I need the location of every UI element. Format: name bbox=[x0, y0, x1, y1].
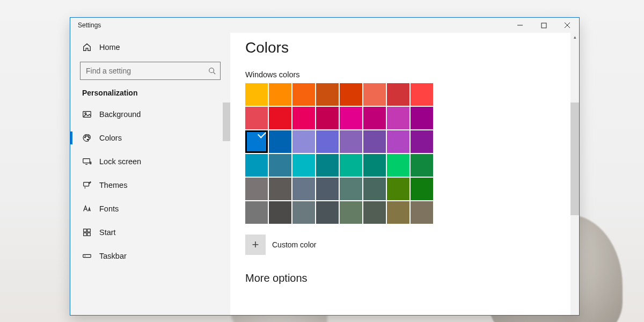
color-swatch[interactable] bbox=[292, 130, 315, 153]
sidebar-item-label: Background bbox=[99, 110, 141, 119]
color-swatch[interactable] bbox=[245, 201, 268, 224]
custom-color-row[interactable]: + Custom color bbox=[245, 235, 564, 255]
sidebar: Home Personalization Background bbox=[70, 33, 230, 315]
color-swatch[interactable] bbox=[387, 178, 409, 200]
color-swatch[interactable] bbox=[363, 178, 386, 200]
color-swatch[interactable] bbox=[316, 178, 339, 200]
search-box[interactable] bbox=[80, 62, 221, 80]
minimize-icon bbox=[517, 22, 523, 28]
sidebar-item-lock-screen[interactable]: Lock screen bbox=[70, 150, 230, 173]
paint-icon bbox=[82, 180, 92, 190]
color-swatch[interactable] bbox=[316, 154, 339, 177]
sidebar-nav: Background Colors Lock screen bbox=[70, 103, 230, 315]
sidebar-item-colors[interactable]: Colors bbox=[70, 126, 230, 150]
color-swatch[interactable] bbox=[316, 130, 339, 153]
color-swatch[interactable] bbox=[411, 201, 433, 224]
color-swatch[interactable] bbox=[387, 130, 409, 153]
sidebar-home[interactable]: Home bbox=[70, 37, 230, 58]
color-swatch[interactable] bbox=[292, 178, 315, 200]
color-swatch[interactable] bbox=[245, 178, 268, 200]
color-swatch[interactable] bbox=[245, 154, 268, 177]
window-body: Home Personalization Background bbox=[70, 33, 579, 315]
svg-rect-21 bbox=[83, 254, 91, 257]
main-content: ▴ Colors Windows colors + Custom color M… bbox=[230, 33, 579, 315]
color-swatch[interactable] bbox=[269, 154, 291, 177]
sidebar-item-taskbar[interactable]: Taskbar bbox=[70, 244, 230, 268]
color-swatch[interactable] bbox=[387, 154, 409, 177]
color-swatch[interactable] bbox=[245, 130, 268, 153]
maximize-button[interactable] bbox=[532, 18, 555, 33]
color-swatch[interactable] bbox=[269, 178, 291, 200]
color-swatch-grid bbox=[245, 83, 564, 224]
color-swatch[interactable] bbox=[340, 83, 362, 106]
color-swatch[interactable] bbox=[363, 154, 386, 177]
close-icon bbox=[564, 22, 570, 28]
color-swatch[interactable] bbox=[363, 83, 386, 106]
sidebar-item-label: Fonts bbox=[99, 204, 119, 213]
sidebar-item-label: Colors bbox=[99, 134, 122, 142]
color-swatch[interactable] bbox=[340, 107, 362, 129]
custom-color-label: Custom color bbox=[272, 240, 316, 249]
color-swatch[interactable] bbox=[292, 201, 315, 224]
sidebar-item-start[interactable]: Start bbox=[70, 221, 230, 244]
plus-icon[interactable]: + bbox=[245, 235, 266, 255]
svg-point-9 bbox=[85, 136, 86, 137]
color-swatch[interactable] bbox=[340, 178, 362, 200]
color-swatch[interactable] bbox=[363, 107, 386, 129]
page-title: Colors bbox=[245, 39, 564, 56]
svg-point-8 bbox=[85, 137, 86, 138]
sidebar-item-label: Taskbar bbox=[99, 252, 127, 260]
color-swatch[interactable] bbox=[411, 154, 433, 177]
svg-rect-1 bbox=[541, 23, 546, 28]
color-swatch[interactable] bbox=[340, 130, 362, 153]
color-swatch[interactable] bbox=[316, 83, 339, 106]
sidebar-item-label: Lock screen bbox=[99, 157, 141, 166]
search-input[interactable] bbox=[86, 67, 208, 75]
color-swatch[interactable] bbox=[269, 107, 291, 129]
color-swatch[interactable] bbox=[411, 130, 433, 153]
palette-icon bbox=[82, 133, 92, 143]
svg-line-5 bbox=[214, 72, 216, 75]
svg-point-11 bbox=[89, 137, 90, 138]
color-swatch[interactable] bbox=[340, 201, 362, 224]
color-swatch[interactable] bbox=[292, 83, 315, 106]
close-button[interactable] bbox=[555, 18, 579, 33]
svg-rect-15 bbox=[84, 182, 89, 186]
window-controls bbox=[508, 18, 579, 33]
color-swatch[interactable] bbox=[245, 83, 268, 106]
color-swatch[interactable] bbox=[269, 201, 291, 224]
svg-rect-19 bbox=[84, 233, 86, 236]
color-swatch[interactable] bbox=[363, 130, 386, 153]
color-swatch[interactable] bbox=[363, 201, 386, 224]
svg-rect-17 bbox=[84, 229, 86, 232]
svg-rect-18 bbox=[87, 229, 90, 232]
minimize-button[interactable] bbox=[508, 18, 532, 33]
main-scrollbar-thumb[interactable] bbox=[570, 103, 579, 215]
color-swatch[interactable] bbox=[411, 107, 433, 129]
color-swatch[interactable] bbox=[245, 107, 268, 129]
color-swatch[interactable] bbox=[269, 83, 291, 106]
sidebar-home-label: Home bbox=[99, 43, 120, 52]
sidebar-item-themes[interactable]: Themes bbox=[70, 173, 230, 197]
color-swatch[interactable] bbox=[292, 107, 315, 129]
start-grid-icon bbox=[82, 228, 92, 237]
color-swatch[interactable] bbox=[387, 83, 409, 106]
scrollbar-up-icon[interactable]: ▴ bbox=[570, 33, 579, 41]
color-swatch[interactable] bbox=[411, 178, 433, 200]
color-swatch[interactable] bbox=[387, 107, 409, 129]
svg-point-7 bbox=[85, 113, 86, 114]
color-swatch[interactable] bbox=[316, 107, 339, 129]
sidebar-item-fonts[interactable]: Fonts bbox=[70, 197, 230, 221]
svg-rect-12 bbox=[83, 159, 90, 163]
color-swatch[interactable] bbox=[269, 130, 291, 153]
color-swatch[interactable] bbox=[316, 201, 339, 224]
color-swatch[interactable] bbox=[292, 154, 315, 177]
picture-icon bbox=[82, 109, 92, 119]
color-swatch[interactable] bbox=[340, 154, 362, 177]
color-swatch[interactable] bbox=[411, 83, 433, 106]
sidebar-item-background[interactable]: Background bbox=[70, 103, 230, 126]
svg-rect-20 bbox=[87, 233, 90, 236]
sidebar-item-label: Start bbox=[99, 228, 116, 237]
color-swatch[interactable] bbox=[387, 201, 409, 224]
sidebar-item-label: Themes bbox=[99, 181, 127, 189]
